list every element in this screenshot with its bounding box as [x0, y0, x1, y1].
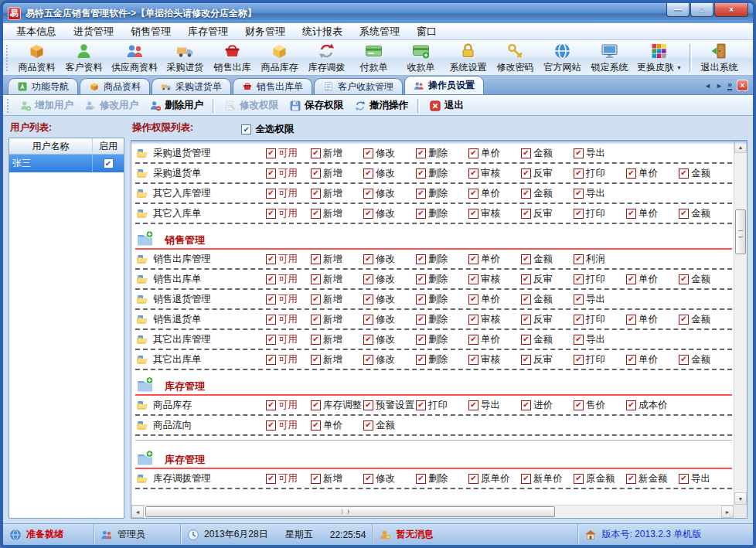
user-toolbar-button[interactable]: 修改权限 — [219, 97, 284, 114]
menu-item[interactable]: 销售管理 — [122, 23, 179, 40]
checked-checkbox-icon[interactable]: ✔ — [416, 315, 426, 325]
permission-option[interactable]: ✔删除 — [416, 207, 468, 220]
checked-checkbox-icon[interactable]: ✔ — [626, 474, 636, 484]
permission-option[interactable]: ✔反审 — [521, 273, 574, 286]
permission-option[interactable]: ✔可用 — [266, 167, 311, 180]
permission-option[interactable]: ✔新增 — [311, 147, 363, 160]
checked-checkbox-icon[interactable]: ✔ — [574, 315, 584, 325]
permission-option[interactable]: ✔修改 — [363, 253, 416, 266]
select-all-permissions[interactable]: ✔ 全选权限 — [241, 123, 294, 136]
toolbar-button[interactable]: 收款单 — [397, 41, 444, 74]
permission-option[interactable]: ✔新增 — [311, 293, 363, 306]
toolbar-button[interactable]: 退出系统 — [696, 41, 743, 74]
permission-option[interactable]: ✔金额 — [363, 419, 416, 432]
permission-option[interactable]: ✔金额 — [679, 207, 731, 220]
checked-checkbox-icon[interactable]: ✔ — [521, 315, 531, 325]
user-toolbar-button[interactable]: 修改用户 — [79, 97, 144, 114]
permission-option[interactable]: ✔新增 — [311, 313, 363, 326]
permission-option[interactable]: ✔删除 — [416, 167, 468, 180]
permission-option[interactable]: ✔可用 — [266, 207, 311, 220]
permission-option[interactable]: ✔预警设置 — [363, 399, 416, 412]
checked-checkbox-icon[interactable]: ✔ — [468, 335, 478, 345]
checked-checkbox-icon[interactable]: ✔ — [363, 315, 373, 325]
user-toolbar-button[interactable]: 保存权限 — [284, 97, 349, 114]
checked-checkbox-icon[interactable]: ✔ — [626, 355, 636, 365]
checked-checkbox-icon[interactable]: ✔ — [311, 315, 321, 325]
permission-option[interactable]: ✔修改 — [363, 273, 416, 286]
permission-option[interactable]: ✔金额 — [679, 167, 731, 180]
tab[interactable]: 销售出库单 — [233, 78, 312, 94]
permission-option[interactable]: ✔新增 — [311, 333, 363, 346]
toolbar-button[interactable]: 付款单 — [350, 41, 397, 74]
checked-checkbox-icon[interactable]: ✔ — [468, 274, 478, 284]
permission-option[interactable]: ✔原单价 — [468, 472, 521, 485]
checked-checkbox-icon[interactable]: ✔ — [574, 294, 584, 305]
checked-checkbox-icon[interactable]: ✔ — [311, 420, 321, 431]
checked-checkbox-icon[interactable]: ✔ — [626, 168, 636, 179]
checked-checkbox-icon[interactable]: ✔ — [468, 148, 478, 158]
permission-option[interactable]: ✔打印 — [416, 399, 468, 412]
checked-checkbox-icon[interactable]: ✔ — [416, 189, 426, 199]
permission-option[interactable]: ✔修改 — [363, 187, 416, 200]
checked-checkbox-icon[interactable]: ✔ — [521, 209, 531, 219]
permission-option[interactable]: ✔删除 — [416, 472, 468, 485]
checked-checkbox-icon[interactable]: ✔ — [266, 294, 276, 305]
permission-option[interactable]: ✔打印 — [574, 273, 626, 286]
minimize-button[interactable]: — — [666, 3, 690, 17]
checked-checkbox-icon[interactable]: ✔ — [521, 189, 531, 199]
checked-checkbox-icon[interactable]: ✔ — [521, 335, 531, 345]
checked-checkbox-icon[interactable]: ✔ — [363, 294, 373, 305]
checked-checkbox-icon[interactable]: ✔ — [521, 168, 531, 179]
permission-option[interactable]: ✔修改 — [363, 472, 416, 485]
permission-option[interactable]: ✔金额 — [521, 147, 574, 160]
permission-option[interactable]: ✔可用 — [266, 147, 311, 160]
permission-option[interactable]: ✔新增 — [311, 187, 363, 200]
permission-option[interactable]: ✔单价 — [626, 273, 679, 286]
checked-checkbox-icon[interactable]: ✔ — [311, 254, 321, 264]
tab[interactable]: 采购进货单 — [152, 78, 231, 94]
user-toolbar-button[interactable]: 退出 — [424, 97, 469, 114]
tab[interactable]: 商品资料 — [80, 78, 150, 94]
checked-checkbox-icon[interactable]: ✔ — [311, 209, 321, 219]
permission-option[interactable]: ✔删除 — [416, 187, 468, 200]
toolbar-button[interactable]: 修改密码 — [492, 41, 539, 74]
checked-checkbox-icon[interactable]: ✔ — [574, 474, 584, 484]
tab[interactable]: 操作员设置 — [404, 76, 484, 94]
checked-checkbox-icon[interactable]: ✔ — [416, 209, 426, 219]
permission-option[interactable]: ✔反审 — [521, 167, 574, 180]
permission-option[interactable]: ✔新增 — [311, 273, 363, 286]
permission-option[interactable]: ✔导出 — [679, 472, 731, 485]
permission-option[interactable]: ✔可用 — [266, 293, 311, 306]
permission-option[interactable]: ✔打印 — [574, 313, 626, 326]
permission-option[interactable]: ✔金额 — [521, 333, 574, 346]
checked-checkbox-icon[interactable]: ✔ — [311, 148, 321, 158]
checked-checkbox-icon[interactable]: ✔ — [416, 474, 426, 484]
permission-option[interactable]: ✔金额 — [679, 313, 731, 326]
user-enabled-checkbox[interactable]: ✔ — [104, 158, 114, 168]
checked-checkbox-icon[interactable]: ✔ — [416, 254, 426, 264]
checked-checkbox-icon[interactable]: ✔ — [574, 148, 584, 158]
checked-checkbox-icon[interactable]: ✔ — [574, 168, 584, 179]
permission-option[interactable]: ✔删除 — [416, 253, 468, 266]
menu-item[interactable]: 窗口 — [408, 23, 445, 40]
permission-option[interactable]: ✔金额 — [679, 273, 731, 286]
permission-option[interactable]: ✔删除 — [416, 333, 468, 346]
tab-list-icon[interactable]: » — [727, 80, 732, 90]
permission-option[interactable]: ✔打印 — [574, 207, 626, 220]
permission-option[interactable]: ✔可用 — [266, 353, 311, 366]
permission-option[interactable]: ✔修改 — [363, 353, 416, 366]
tab-close-icon[interactable]: × — [737, 80, 748, 91]
checked-checkbox-icon[interactable]: ✔ — [311, 355, 321, 365]
permission-option[interactable]: ✔新增 — [311, 353, 363, 366]
checked-checkbox-icon[interactable]: ✔ — [311, 168, 321, 179]
checked-checkbox-icon[interactable]: ✔ — [574, 400, 584, 410]
checked-checkbox-icon[interactable]: ✔ — [521, 400, 531, 410]
permission-option[interactable]: ✔导出 — [574, 333, 626, 346]
checked-checkbox-icon[interactable]: ✔ — [363, 355, 373, 365]
permission-option[interactable]: ✔新金额 — [626, 472, 679, 485]
checked-checkbox-icon[interactable]: ✔ — [266, 189, 276, 199]
toolbar-button[interactable]: 销售出库 — [209, 41, 256, 74]
tab-scroll-left-icon[interactable]: ◄ — [704, 82, 711, 90]
permission-option[interactable]: ✔修改 — [363, 333, 416, 346]
checked-checkbox-icon[interactable]: ✔ — [521, 474, 531, 484]
